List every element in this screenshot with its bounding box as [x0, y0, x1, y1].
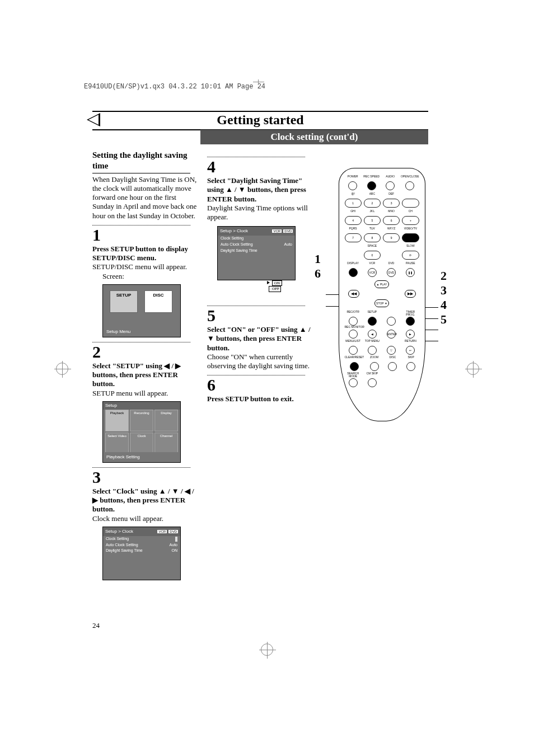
- ch-button[interactable]: +: [402, 216, 419, 225]
- step-divider: [92, 225, 190, 226]
- display-button[interactable]: [349, 268, 358, 277]
- btn-label: MENU/LIST: [345, 340, 362, 344]
- rec-otr-button[interactable]: [349, 317, 358, 326]
- osd-tile: Recording: [130, 410, 153, 431]
- osd-breadcrumb: Setup > Clock: [105, 529, 133, 534]
- callout-line: [425, 318, 438, 319]
- btn-label: AUDIO: [382, 175, 398, 179]
- disc-skip-next-button[interactable]: [406, 362, 415, 371]
- step5-instruction: Select "ON" or "OFF" using ▲ / ▼ buttons…: [207, 325, 316, 353]
- cursor-icon: [267, 281, 270, 284]
- osd-tile: Clock: [130, 433, 153, 454]
- num-3-button[interactable]: 3: [383, 199, 400, 208]
- num-4-button[interactable]: 4: [345, 216, 362, 225]
- callout-5: 5: [441, 312, 447, 327]
- num-8-button[interactable]: 8: [364, 233, 381, 242]
- btn-label: OPEN/CLOSE: [401, 175, 419, 179]
- step-number-3: 3: [92, 469, 199, 486]
- pause-button[interactable]: ❚❚: [406, 268, 415, 277]
- btn-label: SKIP: [403, 356, 419, 360]
- osd-breadcrumb: Setup > Clock: [220, 228, 248, 234]
- video-tv-button[interactable]: ●: [402, 233, 419, 242]
- step4-instruction: Select "Daylight Saving Time" using ▲ / …: [207, 176, 316, 204]
- callout-line: [326, 306, 339, 307]
- num-9-button[interactable]: 9: [383, 233, 400, 242]
- nav-pad: ▲ PLAY ◀◀ ▶▶ STOP ▼: [345, 280, 419, 307]
- btn-sublabel: PQRS: [345, 227, 362, 231]
- nav-up-button[interactable]: [387, 317, 396, 326]
- osd-tile-setup: SETUP: [110, 290, 138, 313]
- return-button[interactable]: ↩: [406, 346, 415, 355]
- page-number: 24: [92, 621, 100, 630]
- osd-tile: Select Video: [105, 433, 129, 454]
- section-subtitle: Clock setting (cont'd): [200, 130, 428, 144]
- btn-label: CLEAR/RESET: [345, 356, 364, 360]
- osd-tile: Playback: [105, 410, 129, 431]
- btn-label: SEARCH MODE: [345, 372, 362, 376]
- rec-monitor-button[interactable]: [349, 330, 358, 339]
- step1-instruction: Press SETUP button to display SETUP/DISC…: [92, 245, 199, 263]
- btn-sublabel: CH: [402, 210, 419, 214]
- nav-left-button[interactable]: ◀: [368, 330, 377, 339]
- btn-sublabel: JKL: [364, 210, 381, 214]
- step-number-4: 4: [207, 158, 316, 175]
- step1-result: SETUP/DISC menu will appear.: [92, 262, 199, 271]
- rewind-left-button[interactable]: ◀◀: [348, 290, 359, 298]
- num-6-button[interactable]: 6: [383, 216, 400, 225]
- vcr-button[interactable]: VCR: [368, 268, 377, 277]
- cm-skip-button[interactable]: [368, 378, 377, 387]
- play-up-button[interactable]: ▲ PLAY: [374, 280, 389, 288]
- step-number-1: 1: [92, 227, 199, 243]
- top-menu-button[interactable]: [368, 346, 377, 355]
- osd-item: Auto Clock Setting: [106, 543, 138, 548]
- osd-item: Auto Clock Setting: [221, 242, 253, 247]
- btn-label: VCR: [364, 262, 381, 266]
- nav-right-button[interactable]: ▶: [406, 330, 415, 339]
- step-divider: [207, 306, 305, 306]
- btn-label: SETUP: [364, 311, 381, 314]
- step-number-2: 2: [92, 344, 199, 360]
- page-title: Getting started: [92, 111, 428, 130]
- slow-button[interactable]: ⟳: [402, 251, 419, 260]
- num-0-button[interactable]: 0: [364, 251, 381, 260]
- btn-label: DISPLAY: [345, 262, 362, 266]
- screenshot-clock-menu: Setup > Clock VCR DVD Clock Setting Auto…: [102, 527, 181, 580]
- num-7-button[interactable]: 7: [345, 233, 362, 242]
- osd-tile: Channel: [154, 433, 178, 454]
- osd-tag: DVD: [283, 229, 293, 233]
- btn-sublabel: @!: [345, 192, 362, 196]
- ch-up-button[interactable]: [402, 199, 419, 208]
- remote-outline: POWER REC SPEED AUDIO OPEN/CLOSE @! ABC …: [339, 168, 425, 421]
- num-1-button[interactable]: 1: [345, 199, 362, 208]
- enter-button[interactable]: ENTER: [387, 330, 396, 339]
- clear-reset-button[interactable]: [350, 362, 359, 371]
- registration-mark-left: [56, 363, 68, 375]
- btn-sublabel: MNO: [383, 210, 400, 214]
- stop-down-button[interactable]: STOP ▼: [374, 299, 389, 307]
- disc-skip-prev-button[interactable]: [388, 362, 397, 371]
- setup-button[interactable]: [368, 317, 377, 326]
- osd-tag: VCR: [272, 229, 282, 233]
- callout-line: [425, 330, 438, 330]
- step2-instruction: Select "SETUP" using ◀ / ▶ buttons, then…: [92, 361, 199, 389]
- btn-label: DVD: [383, 262, 400, 266]
- nav-down-button[interactable]: ▽: [387, 346, 396, 355]
- btn-sublabel: SLOW: [402, 245, 419, 248]
- zoom-button[interactable]: [370, 362, 379, 371]
- ffwd-right-button[interactable]: ▶▶: [405, 290, 416, 298]
- power-button[interactable]: [348, 181, 357, 190]
- timer-prog-button[interactable]: [406, 317, 415, 326]
- num-5-button[interactable]: 5: [364, 216, 381, 225]
- open-close-button[interactable]: [405, 181, 414, 190]
- dvd-button[interactable]: DVD: [387, 268, 396, 277]
- callout-line: [326, 294, 339, 295]
- section-heading: Setting the daylight saving time: [92, 150, 199, 171]
- search-mode-button[interactable]: [349, 378, 358, 387]
- step1-screen-label: Screen:: [92, 272, 199, 281]
- rec-speed-button[interactable]: [367, 181, 376, 190]
- menu-list-button[interactable]: [349, 346, 358, 355]
- fold-mark: [253, 82, 264, 90]
- num-2-button[interactable]: 2: [364, 199, 381, 208]
- audio-button[interactable]: [386, 181, 395, 190]
- callout-line: [425, 341, 438, 341]
